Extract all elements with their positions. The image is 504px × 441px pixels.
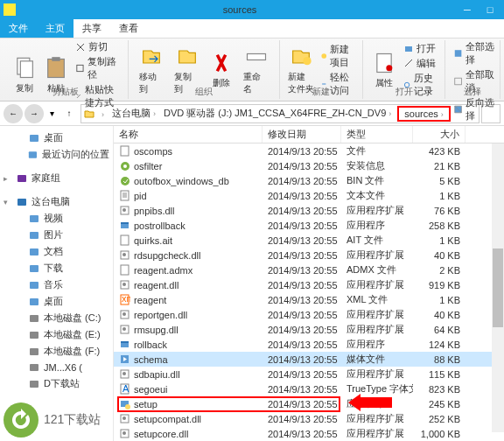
svg-point-30 xyxy=(123,164,127,168)
table-row[interactable]: pnpibs.dll2014/9/13 20:55应用程序扩展76 KB xyxy=(114,203,504,218)
tab-home[interactable]: 主页 xyxy=(37,19,74,38)
sidebar-item[interactable]: D下载站 xyxy=(2,375,111,392)
maximize-button[interactable]: □ xyxy=(480,3,500,17)
paste-button[interactable]: 粘贴 xyxy=(40,40,72,109)
svg-rect-23 xyxy=(30,315,38,322)
sidebar-item[interactable]: 音乐 xyxy=(2,276,111,293)
table-row[interactable]: pid2014/9/13 20:55文本文件1 KB xyxy=(114,188,504,203)
col-size[interactable]: 大小 xyxy=(413,126,466,143)
svg-rect-14 xyxy=(29,151,37,158)
svg-rect-22 xyxy=(30,298,38,305)
table-row[interactable]: reagent.admx2014/9/13 20:55ADMX 文件2 KB xyxy=(114,262,504,277)
sidebar-item[interactable]: 文档 xyxy=(2,243,111,260)
sidebar-item[interactable]: JM...X6 ( xyxy=(2,360,111,375)
breadcrumb[interactable]: › 这台电脑› DVD 驱动器 (J:) JM1_CCSA_X64FRE_ZH-… xyxy=(80,104,480,123)
table-row[interactable]: oscomps2014/9/13 20:55文件423 KB xyxy=(114,144,504,158)
svg-rect-36 xyxy=(121,222,129,224)
table-row[interactable]: xmlreagent2014/9/13 20:55XML 文件1 KB xyxy=(114,292,504,307)
sidebar-item[interactable]: 本地磁盘 (E:) xyxy=(2,326,111,343)
sidebar-item[interactable]: 本地磁盘 (F:) xyxy=(2,343,111,360)
table-row[interactable]: reportgen.dll2014/9/13 20:55应用程序扩展40 KB xyxy=(114,307,504,322)
table-row[interactable]: reagent.dll2014/9/13 20:55应用程序扩展919 KB xyxy=(114,277,504,292)
table-row[interactable]: Asegoeui2014/9/13 20:55TrueType 字体文件823 … xyxy=(114,382,504,396)
table-row[interactable]: rdsupgcheck.dll2014/9/13 20:55应用程序扩展40 K… xyxy=(114,248,504,262)
svg-point-57 xyxy=(125,404,130,410)
watermark-icon xyxy=(4,402,38,438)
ribbon-group-select: 全部选择 全部取消 反向选择 选择 xyxy=(445,40,500,99)
svg-rect-40 xyxy=(121,265,129,275)
sidebar-item[interactable]: ▸家庭组 xyxy=(2,170,111,186)
svg-point-42 xyxy=(122,283,126,286)
sidebar-item[interactable]: 下载 xyxy=(2,260,111,276)
table-row[interactable]: setupcompat.dll2014/9/13 20:55应用程序扩展252 … xyxy=(114,411,504,426)
svg-rect-20 xyxy=(30,265,38,272)
menu-bar: 文件 主页 共享 查看 xyxy=(0,19,504,38)
svg-point-46 xyxy=(122,312,126,316)
open-button[interactable]: 打开 xyxy=(403,42,439,55)
table-row[interactable]: rollback2014/9/13 20:55应用程序124 KB xyxy=(114,337,504,352)
crumb-drive[interactable]: DVD 驱动器 (J:) JM1_CCSA_X64FRE_ZH-CN_DV9› xyxy=(160,107,396,120)
scrollbar[interactable] xyxy=(492,144,504,432)
ribbon-group-clipboard: 复制 粘贴 剪切 复制路径 粘贴快捷方式 剪贴板 xyxy=(4,40,129,99)
copypath-button[interactable]: 复制路径 xyxy=(75,55,122,81)
watermark-text: 121下载站 xyxy=(44,412,101,428)
title-bar: sources ─ □ xyxy=(0,0,504,19)
minimize-button[interactable]: ─ xyxy=(457,3,478,17)
selectall-button[interactable]: 全部选择 xyxy=(454,40,494,66)
svg-point-9 xyxy=(387,65,393,71)
svg-rect-27 xyxy=(30,381,38,388)
svg-rect-1 xyxy=(20,60,32,77)
svg-rect-24 xyxy=(30,332,38,339)
table-row[interactable]: postrollback2014/9/13 20:55应用程序258 KB xyxy=(114,218,504,233)
sidebar-item[interactable]: ▾这台电脑 xyxy=(2,193,111,210)
svg-text:A: A xyxy=(122,383,130,394)
table-row[interactable]: sdbapiu.dll2014/9/13 20:55应用程序扩展115 KB xyxy=(114,367,504,382)
svg-rect-19 xyxy=(30,248,38,256)
sidebar: 桌面最近访问的位置▸家庭组▾这台电脑视频图片文档下载音乐桌面本地磁盘 (C:)本… xyxy=(0,126,114,441)
crumb-sources[interactable]: sources› xyxy=(397,106,451,122)
svg-rect-2 xyxy=(48,59,65,77)
svg-rect-3 xyxy=(52,57,60,61)
sidebar-item[interactable]: 桌面 xyxy=(2,130,111,146)
sidebar-item[interactable]: 视频 xyxy=(2,210,111,227)
svg-rect-50 xyxy=(121,341,129,343)
scroll-thumb[interactable] xyxy=(493,248,503,327)
svg-rect-13 xyxy=(30,135,38,142)
tab-share[interactable]: 共享 xyxy=(74,19,110,38)
copy-button[interactable]: 复制 xyxy=(9,40,40,109)
table-row[interactable]: outofbox_windows_db2014/9/13 20:55BIN 文件… xyxy=(114,173,504,188)
table-row[interactable]: osfilter2014/9/13 20:55安装信息21 KB xyxy=(114,158,504,173)
app-icon xyxy=(4,4,16,16)
edit-button[interactable]: 编辑 xyxy=(403,57,439,70)
svg-rect-25 xyxy=(30,348,38,355)
table-row[interactable]: setup2014/9/13 20:55应用程序245 KB xyxy=(114,396,504,411)
svg-rect-18 xyxy=(30,232,38,239)
tab-file[interactable]: 文件 xyxy=(0,19,37,38)
table-row[interactable]: quirks.ait2014/9/13 20:55AIT 文件1 KB xyxy=(114,233,504,248)
table-row[interactable]: setupcore.dll2014/9/13 20:55应用程序扩展1,000 … xyxy=(114,426,504,441)
sidebar-item[interactable]: 桌面 xyxy=(2,293,111,310)
newitem-button[interactable]: 新建项目 xyxy=(320,43,358,69)
svg-rect-26 xyxy=(30,364,38,371)
sidebar-item[interactable]: 图片 xyxy=(2,227,111,243)
cut-button[interactable]: 剪切 xyxy=(75,40,122,53)
svg-point-7 xyxy=(321,53,326,59)
invert-button[interactable]: 反向选择 xyxy=(454,96,494,122)
svg-text:xml: xml xyxy=(122,294,130,304)
clipboard-small: 剪切 复制路径 粘贴快捷方式 xyxy=(72,40,122,109)
svg-point-6 xyxy=(303,57,311,65)
col-name[interactable]: 名称 xyxy=(114,126,262,143)
svg-rect-5 xyxy=(247,53,265,60)
svg-rect-28 xyxy=(121,146,129,156)
window-title: sources xyxy=(23,4,457,15)
sidebar-item[interactable]: 本地磁盘 (C:) xyxy=(2,310,111,326)
table-row[interactable]: schema2014/9/13 20:55媒体文件88 KB xyxy=(114,352,504,367)
svg-rect-12 xyxy=(455,78,462,85)
col-type[interactable]: 类型 xyxy=(341,126,413,143)
svg-rect-15 xyxy=(18,175,26,182)
tab-view[interactable]: 查看 xyxy=(110,19,147,38)
svg-point-31 xyxy=(121,177,130,186)
col-date[interactable]: 修改日期 xyxy=(262,126,341,143)
table-row[interactable]: rmsupg.dll2014/9/13 20:55应用程序扩展64 KB xyxy=(114,322,504,337)
sidebar-item[interactable]: 最近访问的位置 xyxy=(2,146,111,163)
